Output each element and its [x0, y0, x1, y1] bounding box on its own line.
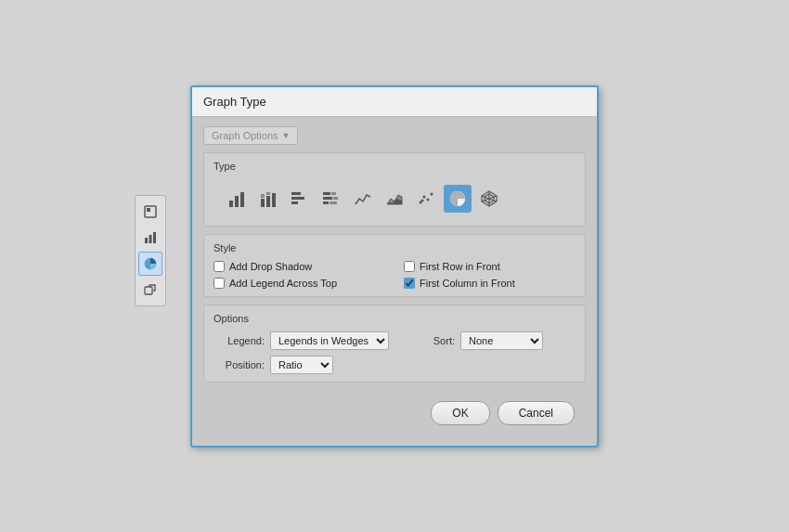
type-section-label: Type — [213, 161, 576, 172]
style-section-label: Style — [213, 242, 576, 253]
svg-rect-23 — [330, 201, 337, 204]
svg-rect-19 — [331, 192, 336, 195]
toolbar-btn-pie[interactable] — [138, 252, 162, 276]
type-area-icon[interactable] — [381, 185, 408, 213]
svg-point-30 — [421, 199, 424, 201]
svg-rect-1 — [147, 208, 150, 212]
svg-rect-12 — [266, 196, 270, 207]
add-drop-shadow-checkbox[interactable] — [213, 261, 225, 272]
svg-rect-7 — [229, 201, 233, 207]
type-bar-icon[interactable] — [223, 185, 251, 213]
svg-rect-17 — [291, 201, 298, 204]
svg-rect-15 — [291, 192, 301, 195]
style-section: Style Add Drop Shadow First Row in Front… — [203, 234, 586, 297]
toolbar — [135, 195, 166, 306]
legend-select[interactable]: Legends in Wedges No Legend Standard Leg… — [270, 331, 389, 350]
add-legend-checkbox[interactable] — [213, 278, 225, 289]
type-section: Type — [203, 152, 586, 227]
first-column-label: First Column in Front — [420, 278, 515, 289]
svg-rect-2 — [145, 238, 148, 243]
svg-rect-16 — [291, 197, 304, 200]
options-section: Options Legend: Legends in Wedges No Leg… — [203, 305, 586, 383]
options-grid: Legend: Legends in Wedges No Legend Stan… — [213, 331, 576, 374]
type-scatter-icon[interactable] — [412, 185, 440, 213]
toolbar-btn-selection[interactable] — [138, 200, 162, 224]
type-line-icon[interactable] — [349, 185, 377, 213]
type-icons-row — [213, 179, 576, 218]
first-row-front-row: First Row in Front — [404, 261, 576, 272]
first-row-label: First Row in Front — [420, 261, 500, 272]
dialog-buttons: OK Cancel — [203, 390, 586, 436]
legend-option-label: Legend: — [213, 335, 265, 346]
svg-rect-11 — [261, 194, 265, 198]
dialog-title: Graph Type — [192, 87, 597, 117]
ok-button[interactable]: OK — [431, 401, 489, 425]
position-option-row: Position: Ratio Even Custom — [213, 356, 576, 374]
toolbar-btn-transform[interactable] — [138, 278, 162, 302]
graph-type-dialog: Graph Type Graph Options ▼ Type — [190, 85, 599, 448]
style-grid: Add Drop Shadow First Row in Front Add L… — [213, 261, 576, 289]
sort-option-label: Sort: — [404, 335, 455, 346]
position-select[interactable]: Ratio Even Custom — [270, 356, 333, 374]
svg-rect-20 — [323, 197, 332, 200]
dialog-body: Graph Options ▼ Type — [192, 117, 597, 446]
svg-rect-18 — [323, 192, 330, 195]
svg-rect-4 — [153, 232, 156, 243]
toolbar-btn-graph[interactable] — [138, 226, 162, 250]
svg-rect-3 — [149, 235, 152, 243]
svg-rect-10 — [261, 199, 265, 207]
svg-point-29 — [431, 192, 433, 195]
add-drop-shadow-label: Add Drop Shadow — [229, 261, 312, 272]
options-section-label: Options — [213, 313, 576, 324]
svg-rect-22 — [323, 201, 329, 204]
svg-rect-13 — [266, 192, 270, 195]
legend-option-row: Legend: Legends in Wedges No Legend Stan… — [213, 331, 576, 350]
type-stacked-horiz-icon[interactable] — [317, 185, 345, 213]
svg-point-28 — [427, 198, 430, 201]
position-option-label: Position: — [213, 359, 265, 370]
svg-rect-14 — [272, 193, 276, 207]
svg-rect-8 — [235, 196, 239, 207]
add-legend-row: Add Legend Across Top — [213, 278, 385, 289]
first-row-checkbox[interactable] — [404, 261, 415, 272]
graph-options-section: Graph Options ▼ — [203, 126, 586, 145]
type-stacked-bar-icon[interactable] — [254, 185, 282, 213]
add-drop-shadow-row: Add Drop Shadow — [213, 261, 385, 272]
dropdown-arrow-icon: ▼ — [282, 131, 291, 140]
sort-select[interactable]: None Ascending Descending — [460, 331, 543, 350]
first-column-front-row: First Column in Front — [404, 278, 576, 289]
svg-rect-9 — [240, 192, 244, 207]
first-column-checkbox[interactable] — [404, 278, 415, 289]
svg-rect-21 — [333, 197, 338, 200]
cancel-button[interactable]: Cancel — [498, 401, 575, 425]
type-horiz-bar-icon[interactable] — [286, 185, 314, 213]
type-radar-icon[interactable] — [475, 185, 503, 213]
graph-options-dropdown[interactable]: Graph Options ▼ — [203, 126, 298, 145]
svg-point-27 — [423, 195, 426, 198]
svg-rect-6 — [145, 287, 152, 294]
type-pie-icon[interactable] — [444, 185, 472, 213]
add-legend-label: Add Legend Across Top — [229, 278, 337, 289]
graph-options-label: Graph Options — [212, 130, 278, 141]
